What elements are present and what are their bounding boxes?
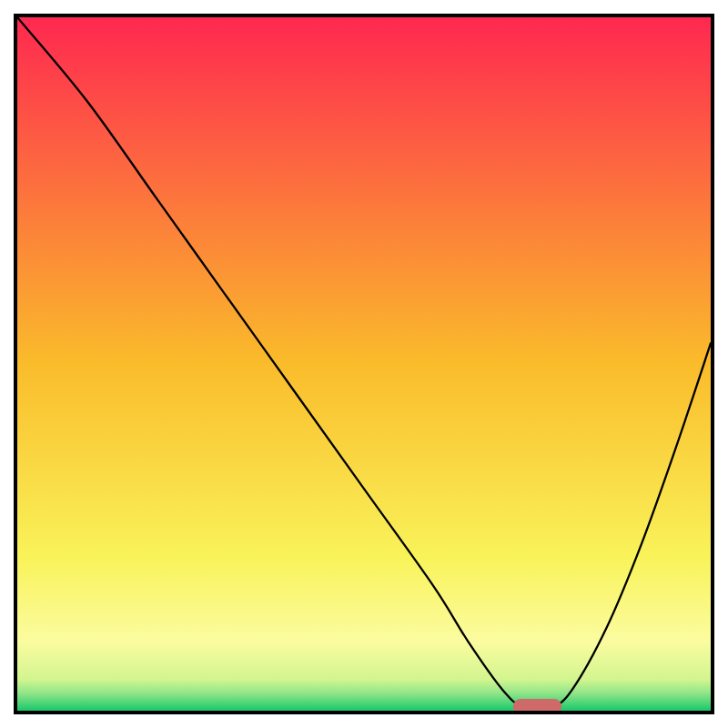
optimal-range-marker: [513, 699, 561, 711]
plot-svg: [17, 17, 711, 711]
chart-frame: TheBottleneck.com: [14, 14, 714, 714]
bottleneck-heat-background: [17, 17, 711, 711]
